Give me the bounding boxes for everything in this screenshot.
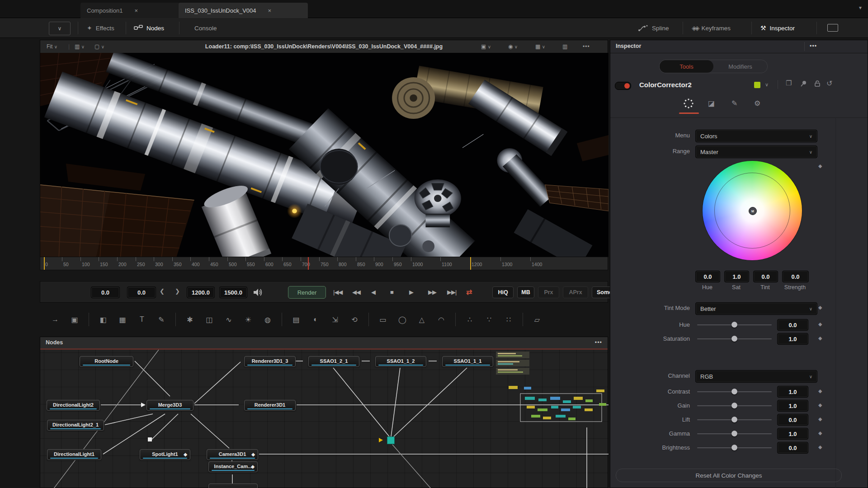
lift-slider-knob[interactable] <box>731 417 737 422</box>
modifier-diamond[interactable]: ◆ <box>251 451 255 458</box>
saturation-slider[interactable] <box>697 338 772 339</box>
node-camera3d1[interactable]: Camera3D1◆ <box>207 449 258 460</box>
next-key-button[interactable]: ❯ <box>175 288 180 295</box>
image-plane-3d-icon[interactable]: ▱ <box>528 312 546 327</box>
particle-render-icon[interactable]: ∷ <box>500 312 518 327</box>
goto-start-button[interactable]: |◀◀ <box>333 286 342 297</box>
modifier-diamond[interactable]: ◆ <box>251 464 255 470</box>
particle-emitter-icon[interactable]: ∴ <box>461 312 479 327</box>
loop-button[interactable]: ⇄ <box>466 286 472 297</box>
brightness-contrast-icon[interactable]: ∿ <box>220 312 238 327</box>
render-end-field[interactable]: 1500.0 <box>219 286 247 298</box>
colorcorrector-icon[interactable]: ✱ <box>181 312 199 327</box>
fast-reverse-button[interactable]: ◀◀ <box>352 286 360 297</box>
resize-icon[interactable]: ⇲ <box>326 312 344 327</box>
loader-icon[interactable]: → <box>46 312 64 327</box>
viewer-menu-icon[interactable]: ••• <box>583 43 590 50</box>
brightness-slider[interactable] <box>697 447 772 448</box>
instance-link[interactable] <box>229 460 235 460</box>
node-directionallight1[interactable]: DirectionalLight1 <box>47 449 101 460</box>
node-directionallight2[interactable]: DirectionalLight2 <box>47 400 100 411</box>
render-start-field[interactable]: 1200.0 <box>187 286 215 298</box>
tab-modifiers[interactable]: Modifiers <box>713 60 767 73</box>
contrast-slider-knob[interactable] <box>731 389 737 394</box>
blur-icon[interactable]: ◍ <box>259 312 277 327</box>
console-button[interactable]: Console <box>194 18 217 38</box>
keyframe-icon[interactable]: ◆ <box>818 335 822 341</box>
keyframes-button[interactable]: ◈◈ Keyframes <box>692 18 731 38</box>
node-spotlight1[interactable]: SpotLight1◆ <box>140 449 190 460</box>
grid-view-icon[interactable]: ▦ ∨ <box>535 43 545 50</box>
viewer-image[interactable] <box>40 53 609 257</box>
merge-icon[interactable]: ▤ <box>287 312 305 327</box>
nodes-button[interactable]: Nodes <box>134 18 164 38</box>
hue-value-field[interactable]: 0.0 <box>777 319 808 331</box>
audio-icon[interactable] <box>253 288 263 297</box>
spline-button[interactable]: Spline <box>638 18 669 38</box>
keyframe-icon[interactable]: ◆ <box>818 388 822 394</box>
reset-all-color-changes-button[interactable]: Reset All Color Changes <box>616 469 842 482</box>
contrast-slider[interactable] <box>697 391 772 392</box>
paint-tab-icon[interactable]: ✎ <box>731 99 737 108</box>
stop-button[interactable]: ■ <box>390 286 393 297</box>
reverse-play-button[interactable]: ◀ <box>371 286 375 297</box>
node-ssao1-1-1[interactable]: SSAO1_1_1 <box>442 356 493 367</box>
settings-tab-icon[interactable]: ⚙ <box>754 99 760 108</box>
timeline-ruler[interactable]: 0501001502002503003504004505005506006507… <box>40 257 608 270</box>
lock-icon[interactable] <box>814 80 821 87</box>
node-ssao1-1-2[interactable]: SSAO1_1_2 <box>375 356 426 367</box>
tint-mode-dropdown[interactable]: Better∨ <box>695 302 817 315</box>
transform-icon[interactable]: ⟲ <box>345 312 363 327</box>
node-merge3d3[interactable]: Merge3D3∨∨ <box>146 400 193 411</box>
tab-iss-030[interactable]: ISS_030_IssUnDock_V004 × <box>179 3 308 18</box>
tab-composition1[interactable]: Composition1 × <box>80 3 186 18</box>
paint-icon[interactable]: ✎ <box>152 312 170 327</box>
keyframe-icon[interactable]: ◆ <box>818 305 822 310</box>
chevron-down-icon[interactable]: ▾ <box>859 5 862 11</box>
gain-slider[interactable] <box>697 405 772 406</box>
ellipse-mask-icon[interactable]: ◯ <box>393 312 411 327</box>
versions-icon[interactable]: ❐ <box>786 79 792 87</box>
fastnoise-icon[interactable]: ▦ <box>113 312 132 327</box>
keyframe-icon[interactable]: ◆ <box>818 416 822 422</box>
node-ssao1-2-1[interactable]: SSAO1_2_1 <box>308 356 359 367</box>
view-layout-button[interactable]: ∨ <box>49 22 71 35</box>
inspector-menu-icon[interactable]: ••• <box>810 43 817 49</box>
chevron-down-icon[interactable]: ∨ <box>765 82 769 88</box>
contrast-value-field[interactable]: 1.0 <box>777 386 808 398</box>
saver-icon[interactable]: ▣ <box>66 312 84 327</box>
keyframe-icon[interactable]: ◆ <box>818 444 822 450</box>
input-port[interactable] <box>379 438 383 442</box>
hue-slider-knob[interactable] <box>731 322 737 328</box>
render-start-marker[interactable] <box>44 257 45 270</box>
tint-value-field[interactable]: 0.0 <box>753 271 778 282</box>
monitor-icon[interactable] <box>827 24 838 32</box>
node-instance-cam-[interactable]: Instance_Cam...◆ <box>208 461 258 472</box>
gamma-slider-knob[interactable] <box>731 431 737 436</box>
gain-slider-knob[interactable] <box>731 403 737 408</box>
node-renderer3d1[interactable]: Renderer3D1 <box>244 400 296 411</box>
proxy-button[interactable]: Prx <box>538 286 559 298</box>
sat-value-field[interactable]: 1.0 <box>724 271 749 282</box>
image-tab-icon[interactable]: ◪ <box>708 99 715 108</box>
hue-slider[interactable] <box>697 324 772 325</box>
particle-images-icon[interactable]: ∵ <box>480 312 498 327</box>
polygon-mask-icon[interactable]: △ <box>413 312 431 327</box>
prev-key-button[interactable]: ❮ <box>160 288 165 295</box>
gamma-value-field[interactable]: 1.0 <box>777 428 808 440</box>
brightness-slider-knob[interactable] <box>731 445 737 450</box>
effects-button[interactable]: ✦ Effects <box>87 18 114 38</box>
keyframe-icon[interactable]: ◆ <box>818 321 822 327</box>
matte-control-icon[interactable]: ◐ <box>307 312 325 327</box>
bspline-mask-icon[interactable]: ◠ <box>432 312 450 327</box>
node-directionallight2-1[interactable]: DirectionalLight2_1 <box>47 420 104 431</box>
text-icon[interactable]: T <box>133 312 151 327</box>
nodes-menu-icon[interactable]: ••• <box>595 339 602 346</box>
background-icon[interactable]: ◧ <box>94 312 112 327</box>
goto-end-button[interactable]: ▶▶| <box>447 286 456 297</box>
close-icon[interactable]: × <box>135 7 138 14</box>
range-dropdown[interactable]: Master∨ <box>695 145 817 158</box>
color-wheel[interactable]: M <box>703 161 802 260</box>
color-wheel-cursor[interactable]: M <box>749 207 757 215</box>
fast-forward-button[interactable]: ▶▶ <box>428 286 436 297</box>
